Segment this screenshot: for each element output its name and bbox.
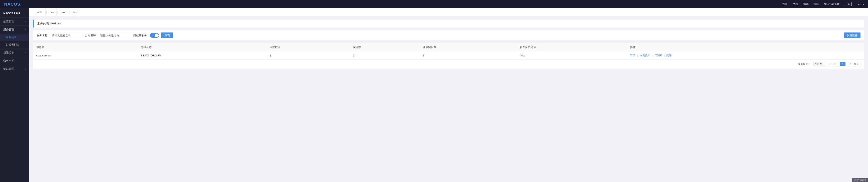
sidebar-sub-subscriber-list[interactable]: 订阅者列表 [0, 41, 29, 48]
main-layout: NACOS 2.0.3 配置管理 › 服务管理 ∨ 服务列表 订阅者列表 权限控… [0, 8, 868, 182]
action-delete[interactable]: 删除 [666, 54, 672, 57]
bottom-badge: CSDN @超速 [852, 178, 868, 182]
group-name-input[interactable] [98, 33, 131, 38]
cell-service-name: seata-server [33, 51, 138, 60]
chevron-right-icon: › [25, 21, 26, 23]
col-cluster-count: 集群数目 [267, 43, 350, 51]
hide-service-toggle[interactable] [150, 33, 159, 38]
sidebar-item-auth-ctrl[interactable]: 权限控制 › [0, 49, 29, 57]
cell-instance-count: 1 [350, 51, 420, 60]
nav-docs[interactable]: 文档 [793, 2, 798, 6]
create-service-button[interactable]: 创建服务 [844, 33, 861, 38]
hide-service-label: 隐藏空服务: [133, 34, 148, 37]
table-header-row: 服务名 分组名称 集群数目 实例数 健康实例数 触发保护阈值 操作 [33, 43, 864, 51]
col-actions: 操作 [627, 43, 864, 51]
sidebar-sub-service-list[interactable]: 服务列表 [0, 34, 29, 41]
service-table: 服务名 分组名称 集群数目 实例数 健康实例数 触发保护阈值 操作 seata-… [33, 43, 864, 60]
page-content: 服务列表 | test test 服务名称 分组名称 隐藏空服务: 查询 创 [29, 16, 868, 72]
sidebar-label-namespace: 命名空间 [3, 59, 14, 63]
sidebar-label-auth: 权限控制 [3, 51, 14, 54]
top-nav: NACOS. 首页 文档 博客 社区 Nacos企业版 En nacos [0, 0, 868, 8]
tabs-bar: public | dev | prod | test [29, 8, 868, 16]
col-instance-count: 实例数 [350, 43, 420, 51]
col-threshold: 触发保护阈值 [517, 43, 627, 51]
nav-home[interactable]: 首页 [782, 2, 788, 6]
action-sample-code[interactable]: 示例代码 [640, 54, 650, 57]
pagination: 每页显示： 10 20 50 ＜上一页 1 下一页＞ [33, 60, 864, 69]
service-name-input[interactable] [50, 33, 83, 38]
lang-btn[interactable]: En [845, 2, 852, 6]
chevron-right-icon2: › [25, 52, 26, 54]
query-button[interactable]: 查询 [161, 33, 173, 38]
cell-actions: 详情 | 示例代码 | 订阅者 | 删除 [627, 51, 864, 60]
table-row: seata-server SEATA_GROUP 1 1 1 false 详情 … [33, 51, 864, 60]
tab-test[interactable]: test [70, 8, 80, 16]
user-name: nacos [857, 3, 864, 6]
toolbar-row: 服务名称 分组名称 隐藏空服务: 查询 [37, 33, 841, 38]
col-service-name: 服务名 [33, 43, 138, 51]
cell-healthy-count: 1 [420, 51, 517, 60]
top-nav-links: 首页 文档 博客 社区 Nacos企业版 En nacos [782, 2, 864, 6]
sidebar-label-service: 服务管理 [3, 28, 14, 31]
next-page-btn[interactable]: 下一页＞ [847, 62, 861, 66]
logo: NACOS. [4, 2, 22, 7]
sidebar-version: NACOS 2.0.3 [0, 8, 29, 17]
nav-enterprise[interactable]: Nacos企业版 [824, 2, 840, 6]
page-size-select[interactable]: 10 20 50 [813, 62, 823, 66]
sidebar: NACOS 2.0.3 配置管理 › 服务管理 ∨ 服务列表 订阅者列表 权限控… [0, 8, 29, 182]
cell-threshold: false [517, 51, 627, 60]
sidebar-item-config-mgmt[interactable]: 配置管理 › [0, 17, 29, 26]
service-name-label: 服务名称 [37, 34, 48, 37]
nav-community[interactable]: 社区 [814, 2, 819, 6]
sidebar-label-cluster: 集群管理 [3, 67, 14, 71]
main-content: public | dev | prod | test 服务列表 | test t… [29, 8, 868, 182]
chevron-down-icon: ∨ [24, 29, 26, 31]
page-title: 服务列表 | test test [37, 22, 61, 26]
action-detail[interactable]: 详情 [630, 54, 636, 57]
cell-group-name: SEATA_GROUP [138, 51, 267, 60]
sidebar-item-service-mgmt[interactable]: 服务管理 ∨ [0, 26, 29, 34]
tab-dev[interactable]: dev [47, 8, 57, 16]
col-group-name: 分组名称 [138, 43, 267, 51]
prev-page-btn[interactable]: ＜上一页 [825, 62, 838, 66]
group-name-label: 分组名称 [85, 34, 96, 37]
page-header: 服务列表 | test test [33, 20, 864, 28]
sidebar-item-cluster-mgmt[interactable]: 集群管理 › [0, 65, 29, 73]
toolbar: 服务名称 分组名称 隐藏空服务: 查询 创建服务 [33, 30, 864, 40]
sidebar-item-namespace[interactable]: 命名空间 [0, 57, 29, 65]
cell-cluster-count: 1 [267, 51, 350, 60]
tab-prod[interactable]: prod [58, 8, 69, 16]
nav-blog[interactable]: 博客 [803, 2, 809, 6]
tab-public[interactable]: public [33, 8, 45, 16]
toggle-slider [150, 33, 159, 38]
sidebar-label-config: 配置管理 [3, 20, 14, 23]
chevron-right-icon3: › [25, 68, 26, 70]
col-healthy-count: 健康实例数 [420, 43, 517, 51]
action-subscribers[interactable]: 订阅者 [654, 54, 662, 57]
page-size-label: 每页显示： [798, 62, 811, 66]
current-page[interactable]: 1 [840, 62, 845, 66]
